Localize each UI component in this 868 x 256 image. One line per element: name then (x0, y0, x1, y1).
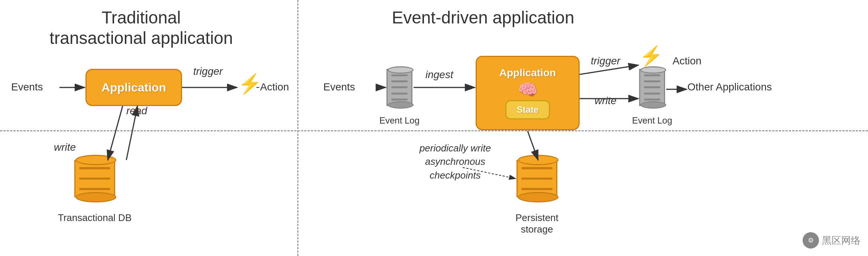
right-action-label: Action (673, 55, 702, 67)
db-label: Transactional DB (58, 212, 132, 224)
watermark: ⚙ 黑区网络 (803, 232, 861, 249)
vertical-divider (297, 0, 298, 256)
left-application-label: Application (101, 81, 166, 95)
barrel-top-1 (388, 66, 414, 74)
brain-icon: 🧠 (518, 80, 537, 99)
left-title: Traditional transactional application (37, 7, 245, 48)
checkpoint-label: periodically write asynchronous checkpoi… (409, 141, 502, 182)
cylinder-stripe-2 (79, 177, 110, 180)
left-read-label: read (126, 105, 147, 117)
barrel-stripe-1c (391, 86, 408, 88)
right-lightning-icon: ⚡ (639, 45, 663, 67)
barrel-stripe-2a (644, 74, 661, 76)
ps-cylinder-body (516, 160, 557, 197)
checkpoint-text: periodically write asynchronous checkpoi… (420, 143, 491, 181)
right-write-label: write (595, 95, 616, 107)
barrel-body-2 (639, 69, 665, 106)
cylinder-top (75, 155, 116, 165)
right-trigger-label: trigger (591, 55, 620, 67)
state-box: State (505, 100, 550, 119)
state-label: State (517, 105, 539, 115)
left-lightning-icon: ⚡ (238, 73, 262, 95)
watermark-icon: ⚙ (803, 232, 819, 249)
right-events-label: Events (323, 81, 355, 93)
left-action-label: Action (260, 81, 289, 93)
ps-stripe-2 (521, 177, 552, 180)
persistent-label: Persistent storage (505, 212, 569, 235)
cylinder-stripe-3 (79, 188, 110, 190)
barrel-top-2 (640, 66, 666, 74)
left-write-label: write (54, 141, 76, 153)
horizontal-divider (0, 130, 868, 131)
ps-stripe-3 (521, 188, 552, 190)
left-application-box: Application (85, 69, 182, 106)
barrel-stripe-2b (644, 80, 661, 82)
persistent-storage (516, 160, 557, 197)
other-apps-label: Other Applications (687, 81, 772, 93)
svg-line-5 (108, 106, 123, 160)
barrel-bottom-1 (388, 101, 414, 109)
barrel-stripe-2d (644, 93, 661, 95)
right-title-text: Event-driven application (392, 8, 574, 27)
cylinder-stripe-1 (79, 167, 110, 169)
cylinder-body (74, 160, 115, 197)
barrel-stripe-2e (644, 99, 661, 100)
ingest-label: ingest (425, 69, 453, 81)
ps-cylinder-bottom (518, 192, 558, 202)
diagram-container: Traditional transactional application Ev… (0, 0, 868, 256)
ps-stripe-1 (521, 167, 552, 169)
left-trigger-label: trigger (193, 65, 223, 77)
transactional-db (74, 160, 115, 197)
left-events-label: Events (11, 81, 43, 93)
right-event-log-1 (386, 69, 412, 106)
barrel-body-1 (386, 69, 412, 106)
right-application-label: Application (499, 67, 556, 79)
barrel-stripe-1e (391, 99, 408, 100)
barrel-stripe-2c (644, 86, 661, 88)
event-log-1-label: Event Log (379, 115, 420, 126)
event-log-2-label: Event Log (632, 115, 673, 126)
ps-cylinder-top (518, 155, 558, 165)
watermark-text: 黑区网络 (822, 234, 861, 247)
barrel-stripe-1d (391, 93, 408, 95)
barrel-stripe-1b (391, 80, 408, 82)
right-event-log-2 (639, 69, 665, 106)
left-title-text: Traditional transactional application (49, 8, 233, 48)
right-title: Event-driven application (353, 7, 613, 28)
cylinder-bottom (75, 192, 116, 202)
right-application-box: Application 🧠 State (476, 56, 580, 130)
barrel-bottom-2 (640, 101, 666, 109)
barrel-stripe-1a (391, 74, 408, 76)
